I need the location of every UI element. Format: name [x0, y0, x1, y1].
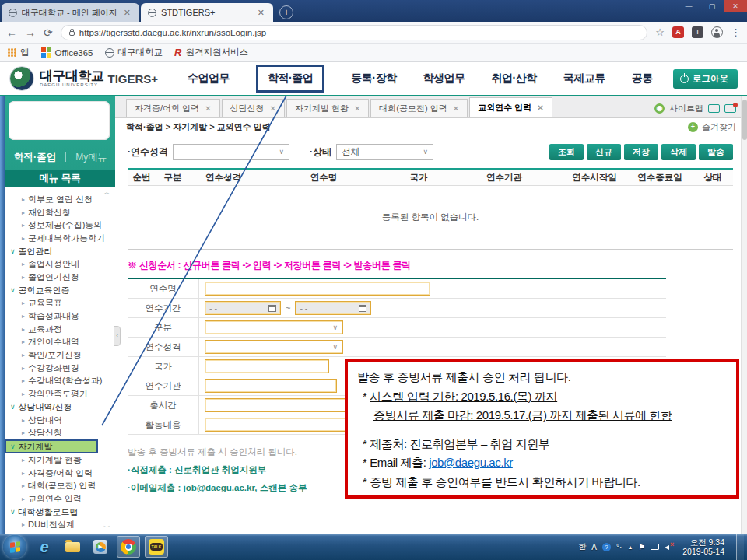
- sidebar-item-learning-outcome[interactable]: ▸학습성과내용: [5, 310, 115, 323]
- tab-close-icon[interactable]: ✕: [256, 8, 266, 18]
- new-tab-button[interactable]: +: [279, 5, 293, 19]
- tab-close-icon[interactable]: ✕: [354, 104, 360, 113]
- page-scrollbar[interactable]: [741, 96, 747, 534]
- chrome-button[interactable]: [117, 536, 140, 558]
- show-hidden-icons[interactable]: ▲: [627, 544, 633, 550]
- save-button[interactable]: 저장: [624, 144, 658, 160]
- favorites-utility[interactable]: + 즐겨찾기: [688, 121, 736, 133]
- open-window-icon[interactable]: [708, 104, 720, 113]
- sidebar-tab-mymenu[interactable]: My메뉴: [75, 151, 107, 164]
- sidebar-item-contest-input[interactable]: ▸대회(공모전) 입력: [5, 479, 115, 492]
- close-button[interactable]: ✕: [724, 0, 747, 12]
- scroll-up-icon[interactable]: ︿: [103, 187, 110, 198]
- tab-close-icon[interactable]: ✕: [537, 103, 543, 112]
- sidebar-item-info-consent[interactable]: ▸정보제공(수집)동의: [5, 219, 115, 232]
- sitemap-link[interactable]: 사이트맵: [669, 103, 703, 114]
- kakaotalk-button[interactable]: TALK: [145, 536, 168, 558]
- ime-latin-indicator[interactable]: A: [591, 543, 597, 551]
- sidebar-tab-records[interactable]: 학적·졸업: [14, 151, 56, 164]
- delete-button[interactable]: 삭제: [661, 144, 696, 160]
- close-all-windows-icon[interactable]: [724, 104, 736, 113]
- country-input[interactable]: [205, 359, 329, 373]
- work-tab-contest[interactable]: 대회(공모전) 입력✕: [370, 99, 468, 117]
- sidebar-item-license-language[interactable]: ▸자격증/어학 입력: [5, 467, 115, 480]
- work-tab-counsel[interactable]: 상담신청✕: [222, 99, 285, 117]
- profile-icon[interactable]: [711, 26, 723, 38]
- logo[interactable]: 대구대학교 DAEGU UNIVERSITY: [40, 70, 104, 87]
- start-button[interactable]: [3, 535, 26, 558]
- work-tab-license[interactable]: 자격증/어학 입력✕: [126, 99, 220, 117]
- taskbar-clock[interactable]: 오전 9:34 2019-05-14: [682, 537, 724, 556]
- nav-item-classwork[interactable]: 수업업무: [188, 72, 230, 86]
- work-tab-external-training[interactable]: 교외연수 입력✕: [469, 97, 552, 117]
- internet-explorer-button[interactable]: e: [33, 536, 56, 558]
- reload-icon[interactable]: ⟳: [44, 26, 53, 39]
- end-date-input[interactable]: - -: [295, 301, 371, 315]
- network-icon[interactable]: [651, 544, 659, 550]
- category-select[interactable]: ∨: [205, 320, 343, 334]
- bookmark-apps[interactable]: 앱: [8, 47, 30, 58]
- sidebar-item-readmission[interactable]: ▸재입학신청: [5, 206, 115, 219]
- nav-item-student-affairs[interactable]: 학생업무: [423, 72, 465, 86]
- sidebar-item-confirm-waive[interactable]: ▸확인/포기신청: [5, 348, 115, 362]
- sidebar-item-course-change[interactable]: ▸수강강좌변경: [5, 362, 115, 375]
- institution-input[interactable]: [205, 379, 337, 393]
- training-type-form-select[interactable]: ∨: [205, 340, 343, 354]
- sidebar-group-self-development[interactable]: ∨자기계발: [5, 439, 98, 453]
- search-button[interactable]: 조회: [549, 144, 584, 160]
- nav-item-records-graduation[interactable]: 학적·졸업: [256, 65, 324, 93]
- tab-close-icon[interactable]: ✕: [122, 8, 132, 18]
- scroll-down-icon[interactable]: ﹀: [103, 523, 110, 533]
- tab-close-icon[interactable]: ✕: [453, 104, 459, 113]
- show-desktop-button[interactable]: [736, 534, 744, 560]
- action-center-flag-icon[interactable]: ⚑: [638, 543, 645, 551]
- menu-dots-icon[interactable]: ⋮: [731, 26, 741, 38]
- sidebar-item-external-training[interactable]: ▸교외연수 입력: [5, 492, 115, 506]
- start-date-input[interactable]: - -: [205, 301, 281, 315]
- calendar-icon[interactable]: [268, 305, 276, 312]
- sidebar-item-du-vision[interactable]: ▸DU비전설계: [5, 519, 115, 532]
- tab-close-icon[interactable]: ✕: [270, 104, 276, 113]
- send-button[interactable]: 발송: [699, 144, 733, 160]
- browser-tab-1[interactable]: 대구대학교 - 메인 페이지 ✕: [2, 3, 139, 22]
- new-button[interactable]: 신규: [587, 144, 621, 160]
- sidebar-item-personal-record[interactable]: ▸개인이수내역: [5, 336, 115, 349]
- ime-korean-indicator[interactable]: 한: [578, 541, 586, 552]
- scrollbar-handle[interactable]: [742, 100, 747, 140]
- file-explorer-button[interactable]: [61, 536, 84, 558]
- sidebar-item-lecture-satisfaction[interactable]: ▸강의만족도평가: [5, 387, 115, 401]
- sidebar-item-counsel-history[interactable]: ▸상담내역: [5, 414, 115, 427]
- sidebar-group-graduation[interactable]: ∨졸업관리: [5, 245, 115, 258]
- tray-dots-icon[interactable]: °·: [616, 543, 622, 551]
- sidebar-item-self-dev-status[interactable]: ▸자기계발 현황: [5, 453, 115, 467]
- bookmark-office365[interactable]: Office365: [41, 47, 93, 58]
- media-player-button[interactable]: ▶: [89, 536, 112, 558]
- sidebar-group-engineering-cert[interactable]: ∨공학교육인증: [5, 284, 115, 297]
- sidebar-item-curriculum[interactable]: ▸교육과정: [5, 323, 115, 336]
- status-select[interactable]: 전체∨: [336, 144, 433, 160]
- sidebar-item-counsel-apply[interactable]: ▸상담신청: [5, 426, 115, 439]
- bookmark-remote-support[interactable]: R 원격지원서비스: [174, 47, 248, 58]
- sidebar-item-parent-view[interactable]: ▸학부모 열람 신청: [5, 193, 115, 206]
- pdf-extension-icon[interactable]: A: [672, 26, 684, 38]
- work-tab-selfdev[interactable]: 자기계발 현황✕: [286, 99, 369, 117]
- help-tray-icon[interactable]: ?: [602, 543, 611, 551]
- address-bar[interactable]: https://tigersstd.daegu.ac.kr/nxrun/ssoL…: [61, 25, 648, 40]
- sidebar-item-graduation-review[interactable]: ▸졸업사정안내: [5, 257, 115, 271]
- training-type-select[interactable]: ∨: [173, 144, 289, 160]
- bookmark-daegu-univ[interactable]: 대구대학교: [105, 47, 163, 58]
- sidebar-collapse-handle[interactable]: ‹: [114, 326, 121, 346]
- extension-icon[interactable]: I: [692, 26, 703, 38]
- forward-icon[interactable]: →: [25, 26, 36, 39]
- back-icon[interactable]: ←: [6, 26, 17, 39]
- sidebar-group-counseling[interactable]: ∨상담내역/신청: [5, 401, 115, 414]
- training-name-input[interactable]: [205, 282, 430, 296]
- browser-tab-2[interactable]: STDTIGERS+ ✕: [141, 3, 273, 22]
- email-link[interactable]: job@daegu.ac.kr: [429, 456, 513, 469]
- nav-item-common[interactable]: 공통: [632, 72, 653, 86]
- nav-item-international[interactable]: 국제교류: [563, 72, 605, 86]
- logout-button[interactable]: 로그아웃: [673, 69, 738, 89]
- sidebar-item-military-return[interactable]: ▸군제대복학가능학기: [5, 232, 115, 245]
- tab-close-icon[interactable]: ✕: [205, 104, 211, 113]
- calendar-icon[interactable]: [359, 305, 366, 312]
